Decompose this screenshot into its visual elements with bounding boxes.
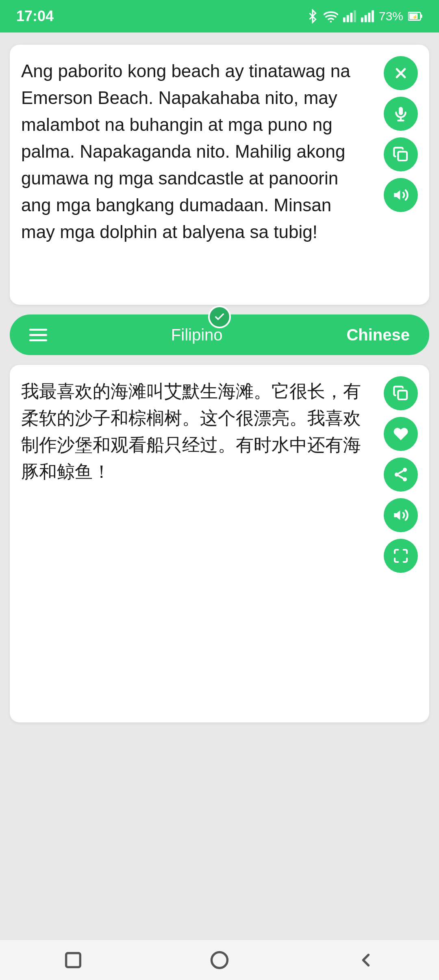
bottom-nav [0,939,439,980]
language-check [208,306,231,328]
translation-card: 我最喜欢的海滩叫艾默生海滩。它很长，有柔软的沙子和棕榈树。这个很漂亮。我喜欢制作… [10,365,429,722]
svg-rect-13 [399,107,403,115]
svg-line-23 [398,471,403,474]
microphone-icon [393,106,409,122]
svg-point-0 [330,21,332,22]
source-card-actions [384,56,418,212]
svg-point-19 [403,468,407,472]
recent-apps-button[interactable] [63,950,84,971]
speaker-icon-2 [393,507,409,523]
svg-point-26 [212,952,228,968]
svg-rect-16 [398,152,407,160]
heart-icon [393,426,409,442]
menu-line-1 [29,329,47,331]
translation-copy-button[interactable] [384,376,418,410]
back-button[interactable] [355,950,376,971]
square-icon [63,950,84,971]
close-icon [393,65,409,81]
translation-speaker-button[interactable] [384,498,418,532]
triangle-icon [355,950,376,971]
battery-icon: ⚡ [408,10,423,22]
svg-rect-10 [420,15,422,18]
signal-icon-2 [361,10,374,22]
svg-rect-2 [347,15,349,22]
svg-marker-24 [394,510,400,520]
check-icon [214,311,225,323]
speaker-icon [393,187,409,203]
share-icon [393,466,409,483]
battery-text: 73% [379,9,403,23]
svg-rect-5 [361,17,363,22]
microphone-button[interactable] [384,97,418,131]
menu-button[interactable] [29,329,47,341]
bluetooth-icon [306,9,319,24]
svg-marker-17 [394,190,400,199]
main-content: Ang paborito kong beach ay tinatawag na … [0,33,439,939]
speaker-button[interactable] [384,178,418,212]
copy-button[interactable] [384,137,418,171]
expand-icon [393,548,409,564]
source-language[interactable]: Filipino [171,326,223,344]
svg-point-21 [403,477,407,481]
language-bar: Filipino Chinese [10,314,429,355]
svg-rect-8 [372,10,374,22]
source-text: Ang paborito kong beach ay tinatawag na … [21,58,418,245]
close-button[interactable] [384,56,418,90]
wifi-icon [324,10,338,22]
svg-rect-3 [350,13,352,22]
svg-rect-1 [343,17,346,22]
svg-rect-18 [398,390,407,399]
signal-icon [343,10,356,22]
menu-line-2 [29,334,47,336]
translation-card-actions [384,376,418,573]
favorite-button[interactable] [384,417,418,451]
svg-rect-25 [66,953,80,967]
circle-icon [209,950,230,971]
status-icons: 73% ⚡ [306,9,423,24]
status-bar: 17:04 73% [0,0,439,33]
expand-button[interactable] [384,539,418,573]
copy-icon [393,146,409,163]
svg-rect-4 [354,10,356,22]
share-button[interactable] [384,457,418,492]
svg-text:⚡: ⚡ [412,14,418,20]
status-time: 17:04 [16,8,54,25]
svg-point-20 [395,473,399,477]
target-language[interactable]: Chinese [346,326,410,344]
menu-line-3 [29,339,47,341]
svg-rect-6 [365,15,367,22]
home-button[interactable] [209,950,230,971]
svg-line-22 [398,476,403,479]
translation-text: 我最喜欢的海滩叫艾默生海滩。它很长，有柔软的沙子和棕榈树。这个很漂亮。我喜欢制作… [21,378,418,485]
copy-icon-2 [393,385,409,401]
source-card: Ang paborito kong beach ay tinatawag na … [10,45,429,305]
svg-rect-7 [368,13,370,22]
